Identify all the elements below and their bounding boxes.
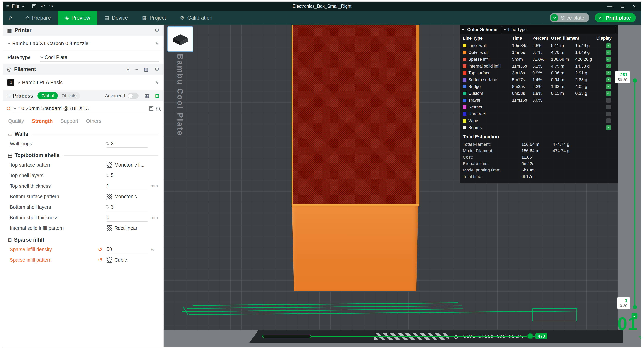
process-tab-others[interactable]: Others (86, 118, 101, 124)
tab-device[interactable]: ▤Device (97, 11, 135, 24)
param-row: Bottom shell layers3 (8, 202, 158, 212)
save-icon[interactable] (32, 4, 36, 8)
param-control[interactable]: Monotonic (106, 192, 148, 201)
ams-icon[interactable]: ▥ (144, 66, 149, 72)
legend-time: 11m36s (512, 64, 532, 69)
navbar: ⌂ ◇Prepare◈Preview▤Device▦Project⚙Calibr… (3, 11, 641, 24)
edit-filament-icon[interactable]: ✎ (154, 80, 159, 85)
spinner-arrows[interactable] (106, 141, 108, 145)
layer-slider-top-handle[interactable] (633, 78, 637, 82)
plate-thumbnail[interactable] (168, 26, 193, 52)
filament-slot-badge: 1 (8, 79, 14, 86)
legend-name: Bridge (463, 84, 512, 89)
print-dropdown-icon[interactable] (596, 14, 603, 21)
remove-filament-icon[interactable]: − (135, 66, 138, 72)
param-control[interactable]: 1 (106, 182, 148, 190)
file-menu[interactable]: ≡ File (6, 4, 24, 9)
line-type-label: Wipe (468, 118, 478, 123)
layer-slider-bottom-handle[interactable] (633, 305, 637, 309)
printer-settings-icon[interactable]: ⚙ (154, 27, 159, 33)
param-control[interactable]: 0 (106, 213, 148, 222)
display-checkbox[interactable]: ✓ (606, 84, 611, 89)
process-tab-quality[interactable]: Quality (8, 118, 24, 124)
legend-time: 8m35s (512, 84, 532, 89)
printer-select[interactable]: Bambu Lab X1 Carbon 0.4 nozzle ✎ (3, 36, 164, 51)
scope-objects[interactable]: Objects (58, 92, 80, 99)
display-checkbox[interactable]: ✓ (606, 64, 611, 68)
spinner-arrows[interactable] (106, 205, 108, 209)
section-rule (48, 240, 158, 240)
display-checkbox[interactable]: ✓ (606, 57, 611, 62)
display-checkbox[interactable] (606, 105, 611, 109)
filament-settings-icon[interactable]: ⚙ (154, 66, 159, 72)
tab-prepare[interactable]: ◇Prepare (18, 11, 58, 24)
spinner-arrows[interactable] (106, 173, 108, 177)
slice-plate-button[interactable]: Slice plate (550, 13, 589, 22)
add-filament-icon[interactable]: + (127, 66, 130, 72)
params-compare-icon[interactable]: ⊞ (155, 93, 159, 99)
param-control[interactable]: 50 (106, 245, 148, 253)
edit-plate-icon[interactable]: ✎ (638, 335, 641, 341)
minimize-button[interactable]: — (607, 3, 612, 9)
collapse-panel-icon[interactable] (462, 29, 464, 31)
scope-global[interactable]: Global (38, 92, 58, 99)
param-control[interactable]: 2 (106, 139, 148, 148)
section-header-shells: ▤Top/bottom shells (8, 152, 158, 158)
display-checkbox[interactable] (606, 98, 611, 103)
save-preset-icon[interactable] (149, 106, 154, 111)
process-scope-toggle[interactable]: GlobalObjects (38, 92, 80, 99)
move-slider-range[interactable] (262, 335, 311, 338)
display-checkbox[interactable]: ✓ (606, 125, 611, 130)
maximize-button[interactable] (621, 5, 624, 8)
process-preset-select[interactable]: * 0.20mm Standard @BBL X1C (14, 104, 146, 113)
print-plate-button[interactable]: Print plate (595, 13, 636, 22)
param-control[interactable]: Cubic (106, 256, 148, 264)
layer-indicator-bottom: 1 0.20 (617, 297, 630, 309)
layer-slider-track[interactable] (634, 80, 636, 308)
color-scheme-select[interactable]: Line Type (501, 26, 616, 33)
home-button[interactable]: ⌂ (3, 11, 18, 24)
legend-row: Bottom surface5m17s1.4%0.94 m2.83 g✓ (460, 76, 618, 83)
legend-header-row: Line Type Time Percent Used filament Dis… (460, 34, 618, 42)
process-tab-strength[interactable]: Strength (32, 118, 53, 124)
line-type-swatch (463, 85, 466, 88)
close-button[interactable]: × (633, 3, 636, 9)
display-checkbox[interactable]: ✓ (606, 43, 611, 48)
objects-table-icon[interactable]: ▦ (144, 93, 149, 99)
redo-icon[interactable]: ↷ (49, 4, 54, 9)
viewport-3d[interactable]: Bambu Cool Plate Color Scheme (164, 24, 641, 347)
advanced-toggle[interactable] (128, 93, 138, 98)
tab-calibration[interactable]: ⚙Calibration (173, 11, 220, 24)
tab-preview[interactable]: ◈Preview (58, 11, 97, 24)
move-slider-handle[interactable] (527, 333, 533, 339)
revert-icon[interactable]: ↺ (98, 246, 106, 253)
display-checkbox[interactable] (606, 112, 611, 116)
pattern-icon (106, 225, 112, 231)
display-checkbox[interactable]: ✓ (606, 91, 611, 96)
param-control[interactable]: Rectilinear (106, 224, 148, 232)
filament-select[interactable]: 1 Bambu PLA Basic ✎ (3, 75, 164, 90)
legend-percent: 0.9% (532, 70, 551, 75)
preset-modified-icon[interactable]: ↺ (6, 105, 11, 112)
param-control[interactable]: 5 (106, 171, 148, 179)
display-checkbox[interactable]: ✓ (606, 50, 611, 55)
section-title: Sparse infill (14, 237, 44, 243)
display-checkbox[interactable] (606, 118, 611, 123)
undo-icon[interactable]: ↶ (40, 4, 45, 9)
display-checkbox[interactable]: ✓ (606, 71, 611, 75)
display-checkbox[interactable]: ✓ (606, 77, 611, 82)
line-type-label: Travel (468, 98, 480, 103)
param-label: Sparse infill density (10, 247, 98, 252)
edit-printer-icon[interactable]: ✎ (154, 40, 159, 46)
plate-type-select[interactable]: Cool Plate (40, 53, 159, 62)
param-control[interactable]: Monotonic li... (106, 161, 148, 169)
param-control[interactable]: 3 (106, 203, 148, 211)
total-label: Model printing time: (463, 168, 522, 173)
search-icon[interactable] (156, 107, 160, 110)
model-electronics-box[interactable] (292, 24, 419, 292)
tab-project[interactable]: ▦Project (135, 11, 173, 24)
slice-dropdown-icon[interactable] (551, 14, 558, 21)
process-tab-support[interactable]: Support (60, 118, 78, 124)
revert-icon[interactable]: ↺ (98, 257, 106, 263)
param-value: Monotonic li... (114, 162, 144, 168)
